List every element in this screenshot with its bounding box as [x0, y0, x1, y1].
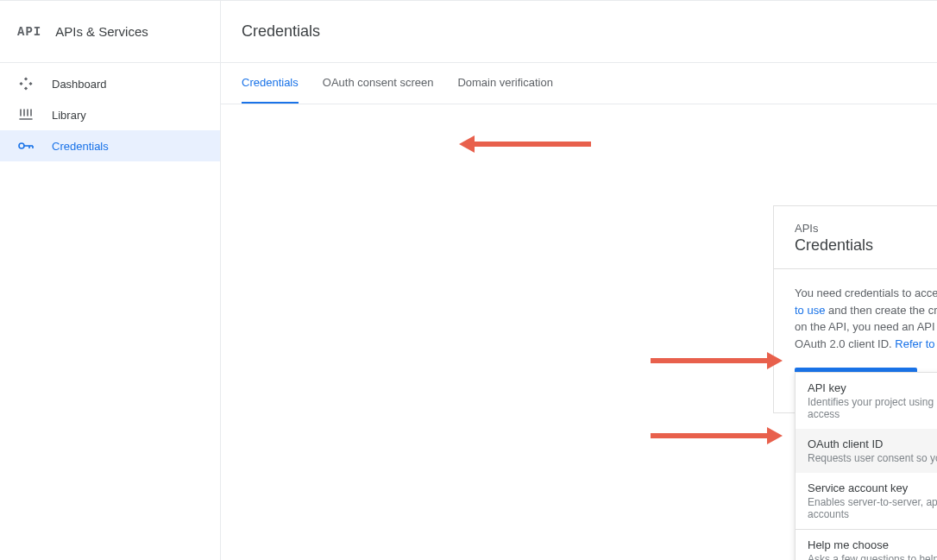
annotation-arrow [459, 135, 591, 153]
sidebar-nav: Dashboard Library Credentials [0, 63, 220, 161]
dropdown-item-desc: Requests user consent so your app can ac… [808, 452, 937, 464]
sidebar-item-credentials[interactable]: Credentials [0, 130, 220, 161]
api-docs-link[interactable]: Refer to the API documentation [895, 337, 937, 350]
svg-point-9 [19, 143, 24, 148]
card-text: You need credentials to access APIs. Ena… [795, 285, 937, 352]
dropdown-item-title: OAuth client ID [808, 437, 937, 450]
svg-rect-2 [24, 86, 28, 90]
sidebar: API APIs & Services Dashboard Library [0, 0, 221, 560]
annotation-arrow [651, 427, 783, 444]
tab-oauth-consent[interactable]: OAuth consent screen [323, 63, 434, 104]
nav-label: Dashboard [52, 78, 107, 91]
sidebar-title: APIs & Services [55, 24, 148, 39]
key-icon [17, 142, 35, 150]
dropdown-item-title: Help me choose [808, 538, 937, 551]
card-supertitle: APIs [795, 222, 937, 235]
nav-label: Credentials [52, 140, 109, 153]
svg-rect-1 [24, 77, 28, 80]
library-icon [17, 108, 35, 122]
dropdown-item-title: Service account key [808, 481, 937, 494]
card-header: APIs Credentials [774, 206, 937, 269]
tab-domain-verification[interactable]: Domain verification [457, 63, 553, 104]
dropdown-item-desc: Identifies your project using a simple A… [808, 396, 937, 420]
tabs: Credentials OAuth consent screen Domain … [221, 63, 937, 104]
nav-label: Library [52, 109, 86, 122]
page-header: Credentials [221, 0, 937, 62]
dropdown-item-desc: Asks a few questions to help you decide … [808, 553, 937, 560]
svg-rect-0 [19, 82, 22, 85]
api-logo: API [17, 26, 41, 38]
main: Credentials Credentials OAuth consent sc… [221, 0, 937, 560]
dropdown-item-service-account-key[interactable]: Service account key Enables server-to-se… [796, 473, 937, 529]
dropdown-item-help-me-choose[interactable]: Help me choose Asks a few questions to h… [796, 530, 937, 560]
dropdown-item-desc: Enables server-to-server, app-level auth… [808, 496, 937, 520]
dashboard-icon [17, 77, 35, 91]
sidebar-item-dashboard[interactable]: Dashboard [0, 68, 220, 99]
tab-credentials[interactable]: Credentials [242, 63, 299, 104]
card-title: Credentials [795, 236, 937, 255]
svg-rect-3 [28, 82, 32, 85]
dropdown-item-title: API key [808, 381, 937, 394]
annotation-arrow [651, 352, 783, 369]
page-title: Credentials [242, 22, 320, 41]
sidebar-header: API APIs & Services [0, 0, 220, 62]
sidebar-item-library[interactable]: Library [0, 99, 220, 130]
card-text-part: You need credentials to access APIs. [795, 286, 937, 299]
dropdown-item-api-key[interactable]: API key Identifies your project using a … [796, 373, 937, 429]
create-credentials-dropdown: API key Identifies your project using a … [795, 372, 937, 560]
dropdown-item-oauth-client-id[interactable]: OAuth client ID Requests user consent so… [796, 429, 937, 473]
